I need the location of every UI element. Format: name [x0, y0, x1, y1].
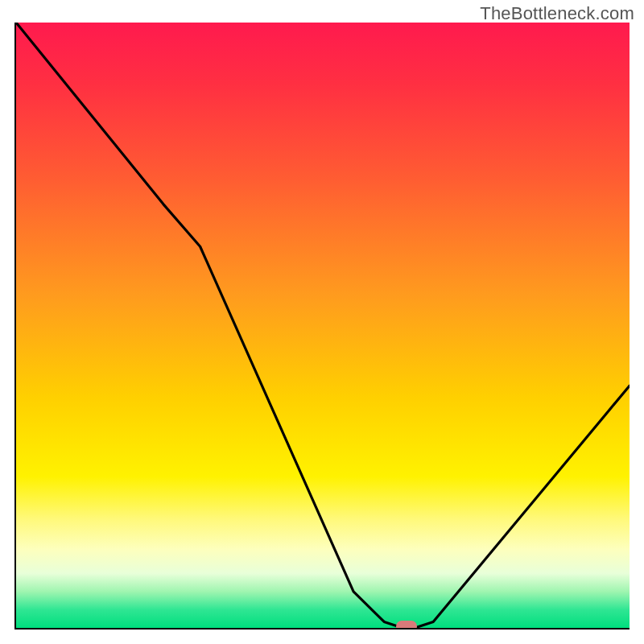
plot-area	[14, 23, 630, 630]
curve-svg	[16, 23, 630, 628]
optimal-marker	[396, 621, 417, 630]
watermark-text: TheBottleneck.com	[480, 3, 634, 24]
chart-container: TheBottleneck.com	[0, 0, 644, 644]
bottleneck-curve	[16, 23, 630, 628]
